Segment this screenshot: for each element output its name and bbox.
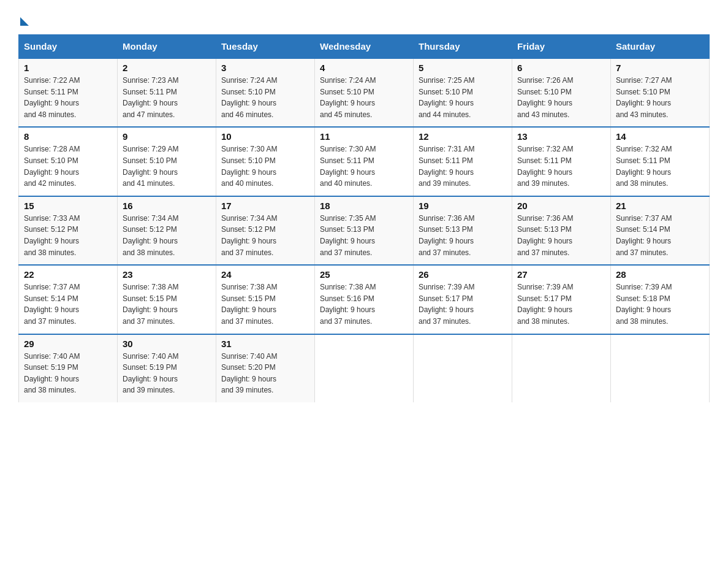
day-cell-1: 1Sunrise: 7:22 AMSunset: 5:11 PMDaylight… [19, 58, 118, 127]
daylight-line1: Daylight: 9 hours [419, 236, 507, 247]
daylight-line1: Daylight: 9 hours [24, 236, 112, 247]
sunrise-line: Sunrise: 7:36 AM [419, 213, 507, 224]
day-cell-16: 16Sunrise: 7:34 AMSunset: 5:12 PMDayligh… [118, 196, 216, 265]
daylight-line1: Daylight: 9 hours [320, 236, 408, 247]
day-number: 17 [221, 201, 309, 211]
day-info: Sunrise: 7:39 AMSunset: 5:17 PMDaylight:… [419, 282, 507, 327]
day-cell-9: 9Sunrise: 7:29 AMSunset: 5:10 PMDaylight… [118, 127, 216, 196]
sunset-line: Sunset: 5:11 PM [320, 155, 408, 167]
day-number: 12 [419, 131, 507, 142]
day-number: 27 [517, 269, 605, 280]
daylight-line1: Daylight: 9 hours [123, 373, 211, 385]
sunrise-line: Sunrise: 7:37 AM [616, 213, 704, 224]
sunset-line: Sunset: 5:12 PM [24, 224, 112, 236]
day-info: Sunrise: 7:39 AMSunset: 5:17 PMDaylight:… [517, 282, 605, 327]
sunset-line: Sunset: 5:11 PM [24, 86, 112, 98]
day-info: Sunrise: 7:34 AMSunset: 5:12 PMDaylight:… [123, 213, 211, 258]
daylight-line2: and 37 minutes. [419, 316, 507, 327]
header-sunday: Sunday [19, 35, 118, 59]
daylight-line2: and 45 minutes. [320, 109, 408, 121]
header-wednesday: Wednesday [315, 35, 414, 59]
sunrise-line: Sunrise: 7:40 AM [24, 351, 112, 362]
daylight-line2: and 46 minutes. [221, 109, 309, 121]
sunrise-line: Sunrise: 7:38 AM [123, 282, 211, 293]
sunset-line: Sunset: 5:11 PM [123, 86, 211, 98]
day-info: Sunrise: 7:32 AMSunset: 5:11 PMDaylight:… [517, 144, 605, 189]
day-info: Sunrise: 7:37 AMSunset: 5:14 PMDaylight:… [616, 213, 704, 258]
daylight-line1: Daylight: 9 hours [616, 167, 704, 178]
day-info: Sunrise: 7:40 AMSunset: 5:19 PMDaylight:… [123, 351, 211, 396]
day-info: Sunrise: 7:40 AMSunset: 5:20 PMDaylight:… [221, 351, 309, 396]
day-info: Sunrise: 7:38 AMSunset: 5:15 PMDaylight:… [123, 282, 211, 327]
sunrise-line: Sunrise: 7:22 AM [24, 75, 112, 86]
daylight-line1: Daylight: 9 hours [221, 304, 309, 316]
sunrise-line: Sunrise: 7:40 AM [221, 351, 309, 362]
day-info: Sunrise: 7:40 AMSunset: 5:19 PMDaylight:… [24, 351, 112, 396]
daylight-line2: and 44 minutes. [419, 109, 507, 121]
sunrise-line: Sunrise: 7:34 AM [221, 213, 309, 224]
day-number: 28 [616, 269, 704, 280]
daylight-line2: and 39 minutes. [517, 178, 605, 190]
sunset-line: Sunset: 5:13 PM [517, 224, 605, 236]
day-info: Sunrise: 7:29 AMSunset: 5:10 PMDaylight:… [123, 144, 211, 189]
sunset-line: Sunset: 5:10 PM [123, 155, 211, 167]
day-info: Sunrise: 7:24 AMSunset: 5:10 PMDaylight:… [221, 75, 309, 120]
week-row-2: 8Sunrise: 7:28 AMSunset: 5:10 PMDaylight… [19, 127, 710, 196]
day-info: Sunrise: 7:25 AMSunset: 5:10 PMDaylight:… [419, 75, 507, 120]
day-cell-26: 26Sunrise: 7:39 AMSunset: 5:17 PMDayligh… [414, 265, 512, 334]
empty-cell [512, 334, 611, 402]
sunrise-line: Sunrise: 7:32 AM [616, 144, 704, 155]
sunset-line: Sunset: 5:17 PM [517, 293, 605, 305]
day-number: 1 [24, 63, 112, 73]
daylight-line1: Daylight: 9 hours [24, 304, 112, 316]
daylight-line1: Daylight: 9 hours [123, 304, 211, 316]
sunrise-line: Sunrise: 7:38 AM [320, 282, 408, 293]
sunrise-line: Sunrise: 7:24 AM [320, 75, 408, 86]
day-number: 25 [320, 269, 408, 280]
week-row-4: 22Sunrise: 7:37 AMSunset: 5:14 PMDayligh… [19, 265, 710, 334]
sunset-line: Sunset: 5:11 PM [517, 155, 605, 167]
daylight-line2: and 42 minutes. [24, 178, 112, 190]
sunset-line: Sunset: 5:13 PM [320, 224, 408, 236]
daylight-line1: Daylight: 9 hours [419, 98, 507, 109]
sunset-line: Sunset: 5:14 PM [24, 293, 112, 305]
daylight-line2: and 37 minutes. [517, 247, 605, 259]
sunrise-line: Sunrise: 7:37 AM [24, 282, 112, 293]
day-cell-12: 12Sunrise: 7:31 AMSunset: 5:11 PMDayligh… [414, 127, 512, 196]
day-cell-7: 7Sunrise: 7:27 AMSunset: 5:10 PMDaylight… [611, 58, 710, 127]
daylight-line1: Daylight: 9 hours [419, 167, 507, 178]
sunset-line: Sunset: 5:11 PM [616, 155, 704, 167]
logo [18, 12, 29, 23]
day-cell-28: 28Sunrise: 7:39 AMSunset: 5:18 PMDayligh… [611, 265, 710, 334]
sunrise-line: Sunrise: 7:38 AM [221, 282, 309, 293]
day-number: 18 [320, 201, 408, 211]
daylight-line2: and 37 minutes. [419, 247, 507, 259]
sunrise-line: Sunrise: 7:29 AM [123, 144, 211, 155]
sunset-line: Sunset: 5:18 PM [616, 293, 704, 305]
sunset-line: Sunset: 5:16 PM [320, 293, 408, 305]
day-info: Sunrise: 7:39 AMSunset: 5:18 PMDaylight:… [616, 282, 704, 327]
day-cell-22: 22Sunrise: 7:37 AMSunset: 5:14 PMDayligh… [19, 265, 118, 334]
day-cell-19: 19Sunrise: 7:36 AMSunset: 5:13 PMDayligh… [414, 196, 512, 265]
sunrise-line: Sunrise: 7:24 AM [221, 75, 309, 86]
daylight-line2: and 37 minutes. [320, 316, 408, 327]
day-cell-21: 21Sunrise: 7:37 AMSunset: 5:14 PMDayligh… [611, 196, 710, 265]
daylight-line2: and 43 minutes. [517, 109, 605, 121]
sunset-line: Sunset: 5:10 PM [221, 155, 309, 167]
daylight-line1: Daylight: 9 hours [320, 167, 408, 178]
daylight-line1: Daylight: 9 hours [221, 98, 309, 109]
sunset-line: Sunset: 5:10 PM [616, 86, 704, 98]
sunset-line: Sunset: 5:10 PM [320, 86, 408, 98]
sunrise-line: Sunrise: 7:23 AM [123, 75, 211, 86]
sunrise-line: Sunrise: 7:40 AM [123, 351, 211, 362]
day-cell-3: 3Sunrise: 7:24 AMSunset: 5:10 PMDaylight… [216, 58, 315, 127]
sunset-line: Sunset: 5:17 PM [419, 293, 507, 305]
calendar-table: SundayMondayTuesdayWednesdayThursdayFrid… [18, 34, 710, 402]
sunrise-line: Sunrise: 7:33 AM [24, 213, 112, 224]
sunrise-line: Sunrise: 7:27 AM [616, 75, 704, 86]
daylight-line1: Daylight: 9 hours [221, 236, 309, 247]
header-thursday: Thursday [414, 35, 512, 59]
day-number: 30 [123, 339, 211, 349]
day-number: 9 [123, 131, 211, 142]
daylight-line1: Daylight: 9 hours [320, 98, 408, 109]
